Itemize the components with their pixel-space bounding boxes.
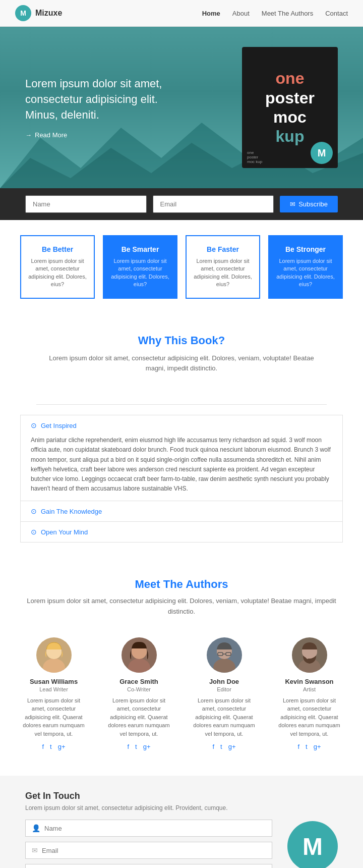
feature-body-1: Lorem ipsum dolor sit amet, consectetur … — [111, 257, 169, 289]
accordion: ⊙ Get Inspired Anim pariatur cliche repr… — [20, 415, 343, 542]
person-icon: 👤 — [32, 824, 40, 832]
author-avatar-svg-0 — [36, 637, 72, 673]
googleplus-icon-0[interactable]: g+ — [58, 743, 66, 750]
read-more-label: Read More — [35, 131, 67, 139]
accordion-item-0: ⊙ Get Inspired Anim pariatur cliche repr… — [21, 415, 342, 501]
accordion-item-2: ⊙ Open Your Mind — [21, 522, 342, 542]
why-body: Lorem ipsum dolor sit amet, consectetur … — [40, 353, 323, 374]
hero-poster: one poster moc kup one poster moc kup M — [242, 47, 338, 168]
feature-title-1: Be Smarter — [111, 245, 169, 253]
author-socials-3: f t g+ — [276, 743, 343, 750]
contact-name-input[interactable] — [44, 825, 266, 832]
author-card-1: Grace Smith Co-Writer Lorem ipsum dolor … — [100, 632, 177, 756]
accordion-label-0: Get Inspired — [41, 422, 77, 429]
navbar: M Mizuxe Home About Meet The Authors Con… — [0, 0, 363, 27]
contact-heading: Get In Touch — [25, 791, 272, 801]
why-heading: Why This Book? — [40, 334, 323, 347]
poster-moc: moc — [265, 107, 315, 127]
nav-home[interactable]: Home — [202, 10, 220, 17]
author-avatar-2 — [207, 637, 242, 673]
author-card-0: Susan Williams Lead Writer Lorem ipsum d… — [15, 632, 92, 756]
accordion-header-1[interactable]: ⊙ Gain The Knowledge — [21, 501, 342, 521]
envelope-icon: ✉ — [290, 200, 295, 208]
logo-name: Mizuxe — [35, 9, 62, 18]
authors-subtitle: Lorem ipsum dolor sit amet, consectetur … — [15, 596, 348, 617]
contact-logo: M — [287, 821, 338, 868]
subscribe-label: Subscribe — [298, 200, 328, 208]
author-avatar-0 — [36, 637, 72, 673]
accordion-label-1: Gain The Knowledge — [41, 508, 102, 515]
author-role-1: Co-Writer — [105, 686, 172, 692]
author-role-0: Lead Writer — [20, 686, 87, 692]
logo-icon: M — [15, 5, 31, 21]
hero-section: Lorem ipsum dolor sit amet, consectetur … — [0, 27, 363, 188]
author-socials-1: f t g+ — [105, 743, 172, 750]
facebook-icon-3[interactable]: f — [297, 743, 299, 750]
feature-card-1: Be Smarter Lorem ipsum dolor sit amet, c… — [103, 235, 177, 299]
subscribe-button[interactable]: ✉ Subscribe — [280, 196, 338, 212]
authors-grid: Susan Williams Lead Writer Lorem ipsum d… — [15, 632, 348, 756]
author-bio-0: Lorem ipsum dolor sit amet, consectetur … — [20, 696, 87, 738]
section-divider — [36, 404, 327, 405]
googleplus-icon-1[interactable]: g+ — [143, 743, 151, 750]
svg-point-6 — [128, 659, 150, 673]
circle-icon-2: ⊙ — [31, 528, 37, 536]
read-more-link[interactable]: → Read More — [25, 131, 187, 139]
hero-headline: Lorem ipsum dolor sit amet, consectetur … — [25, 76, 187, 123]
twitter-icon-1[interactable]: t — [135, 743, 137, 750]
arrow-icon: → — [25, 131, 32, 139]
authors-heading: Meet The Authors — [15, 578, 348, 591]
contact-section: Get In Touch Lorem ipsum dolor sit amet,… — [0, 776, 363, 868]
author-avatar-svg-1 — [122, 637, 157, 673]
contact-subtitle: Lorem ipsum dolor sit amet, consectetur … — [25, 804, 272, 811]
feature-card-2: Be Faster Lorem ipsum dolor sit amet, co… — [186, 235, 260, 299]
twitter-icon-2[interactable]: t — [220, 743, 222, 750]
poster-card: one poster moc kup one poster moc kup M — [242, 47, 338, 168]
subscribe-name-input[interactable] — [25, 195, 147, 213]
author-card-2: John Doe Editor Lorem ipsum dolor sit am… — [186, 632, 263, 756]
accordion-header-2[interactable]: ⊙ Open Your Mind — [21, 522, 342, 542]
nav-about[interactable]: About — [232, 10, 250, 17]
facebook-icon-2[interactable]: f — [212, 743, 214, 750]
nav-contact[interactable]: Contact — [325, 10, 348, 17]
authors-section: Meet The Authors Lorem ipsum dolor sit a… — [0, 558, 363, 776]
author-socials-0: f t g+ — [20, 743, 87, 750]
nav-authors[interactable]: Meet The Authors — [262, 10, 313, 17]
contact-email-input[interactable] — [42, 847, 266, 854]
facebook-icon-1[interactable]: f — [127, 743, 129, 750]
poster-m-circle: M — [311, 142, 333, 164]
poster-one: one — [265, 69, 315, 88]
accordion-body-0: Anim pariatur cliche reprehenderit, enim… — [21, 436, 342, 501]
nav-links: Home About Meet The Authors Contact — [202, 10, 348, 17]
accordion-header-0[interactable]: ⊙ Get Inspired — [21, 415, 342, 436]
why-section: Why This Book? Lorem ipsum dolor sit ame… — [0, 314, 363, 395]
hero-text: Lorem ipsum dolor sit amet, consectetur … — [25, 76, 187, 138]
facebook-icon-0[interactable]: f — [42, 743, 44, 750]
feature-title-3: Be Stronger — [276, 245, 335, 253]
twitter-icon-0[interactable]: t — [50, 743, 52, 750]
author-socials-2: f t g+ — [191, 743, 258, 750]
accordion-item-1: ⊙ Gain The Knowledge — [21, 501, 342, 522]
author-bio-2: Lorem ipsum dolor sit amet, consectetur … — [191, 696, 258, 738]
subscribe-email-input[interactable] — [153, 195, 274, 213]
author-role-2: Editor — [191, 686, 258, 692]
poster-small-text: one poster moc kup — [247, 150, 262, 164]
author-avatar-svg-3 — [292, 637, 327, 673]
feature-body-0: Lorem ipsum dolor sit amet, consectetur … — [28, 257, 87, 289]
feature-body-2: Lorem ipsum dolor sit amet, consectetur … — [194, 257, 252, 289]
svg-point-9 — [213, 659, 235, 673]
accordion-label-2: Open Your Mind — [41, 528, 88, 536]
author-card-3: Kevin Swanson Artist Lorem ipsum dolor s… — [271, 632, 348, 756]
feature-title-2: Be Faster — [194, 245, 252, 253]
author-role-3: Artist — [276, 686, 343, 692]
feature-card-3: Be Stronger Lorem ipsum dolor sit amet, … — [268, 235, 343, 299]
googleplus-icon-3[interactable]: g+ — [314, 743, 321, 750]
author-avatar-svg-2 — [207, 637, 242, 673]
feature-title-0: Be Better — [28, 245, 87, 253]
subscribe-bar: ✉ Subscribe — [0, 188, 363, 220]
twitter-icon-3[interactable]: t — [306, 743, 308, 750]
googleplus-icon-2[interactable]: g+ — [228, 743, 236, 750]
author-bio-3: Lorem ipsum dolor sit amet, consectetur … — [276, 696, 343, 738]
message-field: ✏ — [25, 864, 272, 868]
logo[interactable]: M Mizuxe — [15, 5, 62, 21]
